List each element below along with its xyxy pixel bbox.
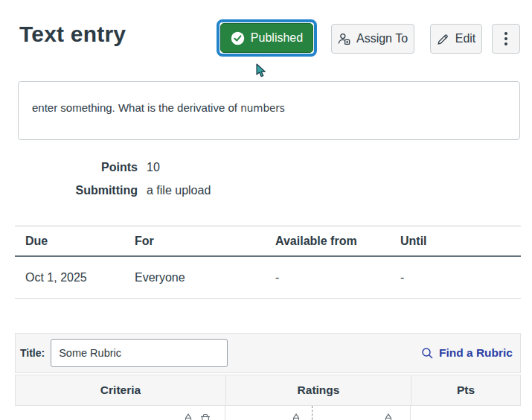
rubric-title-input[interactable]: [51, 339, 228, 367]
criteria-column-header: Criteria: [16, 375, 226, 405]
points-label: Points: [18, 159, 138, 175]
due-dates-table: Due For Available from Until Oct 1, 2025…: [15, 226, 521, 299]
check-circle-icon: [231, 31, 245, 45]
due-date-cell: Oct 1, 2025: [15, 271, 124, 284]
rubric-criterion-row: [15, 406, 521, 420]
find-a-rubric-link[interactable]: Find a Rubric: [421, 346, 513, 360]
rating-split-divider[interactable]: [312, 406, 313, 420]
delete-criterion-trash-icon[interactable]: [199, 413, 211, 420]
until-cell: -: [390, 271, 521, 284]
for-column-header: For: [124, 235, 265, 248]
assignment-description: enter something. What is the derivative …: [18, 81, 520, 140]
edit-rating-pencil-icon[interactable]: [382, 413, 394, 420]
find-a-rubric-label: Find a Rubric: [439, 346, 513, 360]
due-column-header: Due: [15, 235, 124, 248]
due-table-row: Oct 1, 2025 Everyone - -: [15, 257, 521, 299]
assign-to-button-label: Assign To: [356, 32, 408, 45]
submitting-row: Submitting a file upload: [18, 182, 211, 198]
description-text: enter something. What is the derivative …: [32, 101, 240, 114]
edit-rating-pencil-icon[interactable]: [290, 413, 302, 420]
pencil-icon: [437, 33, 449, 45]
available-from-cell: -: [265, 271, 390, 284]
for-cell: Everyone: [124, 271, 265, 284]
rubric-title-bar: Title: Find a Rubric: [15, 333, 521, 373]
submitting-value: a file upload: [147, 182, 211, 198]
published-button-label: Published: [251, 31, 303, 45]
points-row: Points 10: [18, 159, 211, 175]
edit-criterion-pencil-icon[interactable]: [182, 413, 194, 420]
pts-column-header: Pts: [411, 375, 520, 405]
kebab-menu-icon: [504, 32, 507, 35]
mouse-cursor-icon: [256, 63, 269, 82]
edit-button-label: Edit: [455, 32, 476, 45]
assignment-page: Text entry Published Assign To: [0, 0, 532, 420]
assign-user-icon: [338, 33, 350, 45]
points-value: 10: [147, 159, 160, 175]
due-table-header: Due For Available from Until: [15, 226, 521, 257]
page-title: Text entry: [19, 22, 126, 47]
search-icon: [421, 347, 434, 360]
rubric-table-header: Criteria Ratings Pts: [15, 375, 521, 406]
until-column-header: Until: [390, 235, 521, 248]
description-text-alt-font: numbers: [240, 102, 285, 114]
criterion-cell: [15, 406, 225, 420]
more-options-button[interactable]: [492, 24, 520, 54]
available-from-column-header: Available from: [265, 235, 390, 248]
rubric-title-label: Title:: [20, 347, 45, 359]
published-button[interactable]: Published: [220, 23, 313, 53]
ratings-column-header: Ratings: [226, 375, 411, 405]
assignment-details: Points 10 Submitting a file upload: [18, 159, 211, 206]
edit-button[interactable]: Edit: [430, 24, 482, 54]
pts-cell: [411, 406, 521, 420]
assign-to-button[interactable]: Assign To: [331, 24, 414, 54]
rubric-section: Title: Find a Rubric Criteria Ratings Pt…: [15, 333, 521, 420]
submitting-label: Submitting: [18, 182, 138, 198]
published-button-focus-ring: Published: [217, 19, 317, 57]
ratings-cell: [225, 406, 411, 420]
